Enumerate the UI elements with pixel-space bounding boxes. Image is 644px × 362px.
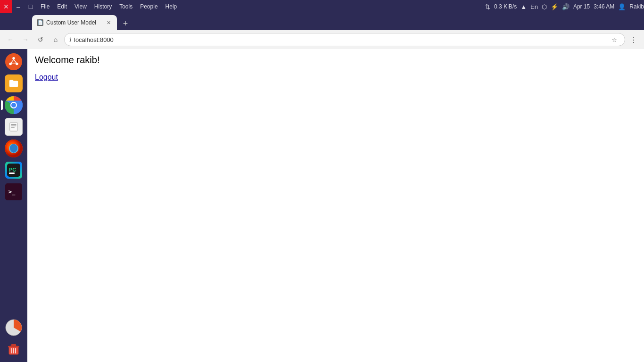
network-icon[interactable]: ⇅: [485, 3, 490, 10]
main-layout: PC >_: [0, 49, 644, 362]
tab-title: Custom User Model: [46, 19, 102, 26]
menu-help[interactable]: Help: [162, 0, 181, 13]
tab-close-button[interactable]: ✕: [105, 19, 112, 26]
user-menu-icon[interactable]: 👤: [618, 3, 626, 10]
menu-history[interactable]: History: [91, 0, 116, 13]
logout-link[interactable]: Logout: [35, 73, 58, 81]
language-indicator[interactable]: En: [530, 3, 538, 10]
pie-chart-icon: [5, 319, 22, 336]
tab-bar: 📄 Custom User Model ✕ +: [0, 13, 644, 30]
dock-pycharm[interactable]: PC: [4, 160, 24, 180]
ubuntu-logo: [5, 53, 22, 70]
menu-bar: File Edit View History Tools People Help: [37, 0, 181, 13]
browser-viewport: Welcome rakib! Logout: [27, 49, 644, 362]
window-close[interactable]: ✕: [0, 0, 12, 13]
svg-point-6: [11, 103, 16, 107]
menu-people[interactable]: People: [136, 0, 161, 13]
security-icon: ℹ: [69, 37, 71, 43]
menu-edit[interactable]: Edit: [53, 0, 71, 13]
files-icon: [5, 74, 23, 92]
svg-rect-7: [10, 123, 18, 131]
system-tray: ⇅ 0.3 KiB/s ▲ En ⬡ ⚡ 🔊 Apr 15 3:46 AM 👤 …: [485, 3, 644, 10]
dock-disk-usage[interactable]: [4, 318, 24, 337]
menu-view[interactable]: View: [71, 0, 91, 13]
tab-favicon: 📄: [37, 19, 43, 26]
browser-chrome: 📄 Custom User Model ✕ + ← → ↺ ⌂ ℹ localh…: [0, 13, 644, 49]
chrome-icon: [5, 96, 23, 114]
address-actions: ☆: [609, 34, 620, 45]
taskbar: PC >_: [0, 49, 27, 362]
dock-chrome[interactable]: [4, 95, 24, 115]
bluetooth-icon[interactable]: ⬡: [542, 3, 547, 10]
menu-tools[interactable]: Tools: [116, 0, 136, 13]
forward-button[interactable]: →: [19, 33, 32, 46]
trash-icon: [5, 341, 22, 358]
back-button[interactable]: ←: [4, 33, 17, 46]
dock-terminal[interactable]: >_: [4, 182, 24, 202]
dock-firefox[interactable]: [4, 139, 24, 158]
date-display[interactable]: Apr 15: [573, 3, 590, 10]
titlebar-left: ✕ – □ File Edit View History Tools Peopl…: [0, 0, 181, 13]
window-maximize[interactable]: □: [25, 0, 37, 13]
new-tab-button[interactable]: +: [119, 17, 132, 30]
dock-ubuntu[interactable]: [4, 52, 24, 72]
network-speed: 0.3 KiB/s: [494, 3, 517, 10]
window-minimize[interactable]: –: [12, 0, 25, 13]
volume-icon[interactable]: 🔊: [562, 3, 570, 10]
wifi-icon[interactable]: ▲: [520, 3, 527, 10]
notes-icon: [5, 118, 23, 136]
welcome-message: Welcome rakib!: [35, 55, 636, 66]
navigation-bar: ← → ↺ ⌂ ℹ localhost:8000 ☆ ⋮: [0, 30, 644, 49]
menu-file[interactable]: File: [37, 0, 53, 13]
svg-rect-21: [8, 346, 19, 347]
titlebar: ✕ – □ File Edit View History Tools Peopl…: [0, 0, 644, 13]
svg-text:>_: >_: [8, 189, 16, 196]
svg-text:PC: PC: [9, 167, 16, 173]
window-controls: ✕ – □: [0, 0, 37, 13]
dock-notes[interactable]: [4, 117, 24, 137]
dock-trash[interactable]: [4, 339, 24, 359]
home-button[interactable]: ⌂: [49, 33, 62, 46]
time-display[interactable]: 3:46 AM: [594, 3, 614, 10]
address-bar[interactable]: ℹ localhost:8000 ☆: [64, 33, 625, 46]
browser-menu-button[interactable]: ⋮: [627, 33, 640, 46]
username-display[interactable]: Rakib: [629, 3, 644, 10]
active-tab[interactable]: 📄 Custom User Model ✕: [32, 15, 117, 30]
svg-point-0: [12, 57, 15, 60]
reload-button[interactable]: ↺: [34, 33, 47, 46]
dock-files[interactable]: [4, 74, 24, 93]
terminal-icon: >_: [5, 183, 22, 200]
address-text: localhost:8000: [74, 36, 606, 43]
bookmark-star-icon[interactable]: ☆: [609, 34, 620, 45]
power-icon[interactable]: ⚡: [551, 3, 558, 10]
svg-rect-14: [9, 173, 15, 174]
pycharm-icon: PC: [5, 162, 22, 179]
firefox-icon: [5, 140, 23, 157]
